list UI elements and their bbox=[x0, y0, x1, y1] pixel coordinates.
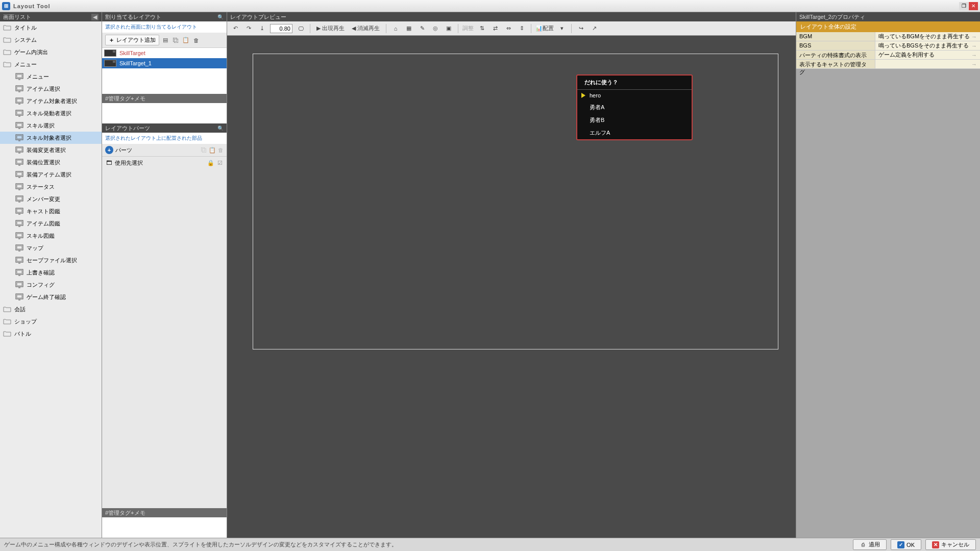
property-row[interactable]: パーティの特殊書式の表示ゲーム定義を利用する→ bbox=[796, 51, 980, 60]
tree-screen[interactable]: メニュー bbox=[0, 70, 102, 83]
undo-icon[interactable]: ↶ bbox=[230, 23, 240, 34]
add-parts-button[interactable]: + bbox=[105, 146, 113, 154]
preview-canvas-area[interactable]: だれに使う？ hero勇者A勇者BエルフA bbox=[227, 36, 796, 538]
layout-item[interactable]: SkillTarget_1 bbox=[102, 58, 227, 68]
tree-screen[interactable]: 上書き確認 bbox=[0, 266, 102, 279]
prop-value[interactable]: ゲーム定義を利用する→ bbox=[875, 51, 980, 59]
collapse-icon[interactable]: ◀ bbox=[91, 14, 99, 20]
paste-icon[interactable]: 📋 bbox=[182, 36, 190, 44]
game-window-item[interactable]: 勇者B bbox=[577, 114, 692, 127]
home-icon[interactable]: ⌂ bbox=[390, 23, 401, 34]
properties-table: BGM鳴っているBGMをそのまま再生する→BGS鳴っているBGSをそのまま再生す… bbox=[796, 32, 980, 69]
tree-item-label: 装備位置選択 bbox=[27, 159, 60, 166]
target-icon[interactable]: ◎ bbox=[430, 23, 440, 34]
tree-item-label: スキル図鑑 bbox=[27, 232, 55, 240]
zoom-input[interactable] bbox=[270, 24, 292, 33]
memo-box-1[interactable] bbox=[102, 103, 227, 123]
pen-icon[interactable]: ✎ bbox=[417, 23, 427, 34]
screen-list[interactable]: タイトルシステムゲーム内演出メニューメニューアイテム選択アイテム対象者選択スキル… bbox=[0, 21, 102, 538]
swap-icon[interactable]: ⇄ bbox=[490, 23, 500, 34]
layout-toolbar: ＋レイアウト追加 ▤ ⿻ 📋 🗑 bbox=[102, 33, 227, 48]
tree-screen[interactable]: キャスト図鑑 bbox=[0, 205, 102, 217]
svg-rect-52 bbox=[17, 283, 22, 286]
property-row[interactable]: BGM鳴っているBGMをそのまま再生する→ bbox=[796, 32, 980, 41]
delete-icon[interactable]: 🗑 bbox=[192, 36, 200, 44]
tree-screen[interactable]: アイテム図鑑 bbox=[0, 217, 102, 230]
delete-icon[interactable]: 🗑 bbox=[218, 147, 224, 153]
paste-icon[interactable]: 📋 bbox=[209, 147, 216, 154]
prop-value[interactable]: → bbox=[875, 60, 980, 68]
copy-icon[interactable]: ⿻ bbox=[201, 147, 207, 153]
redo-icon[interactable]: ↷ bbox=[243, 23, 254, 34]
tree-screen[interactable]: セーブファイル選択 bbox=[0, 254, 102, 266]
lock-icon[interactable]: 🔒 bbox=[207, 160, 214, 166]
import-icon[interactable]: ↪ bbox=[576, 23, 586, 34]
layout-item[interactable]: SkillTarget bbox=[102, 48, 227, 58]
search-icon[interactable]: 🔍 bbox=[217, 126, 224, 131]
game-window-item[interactable]: hero bbox=[577, 90, 692, 101]
checkbox-icon[interactable]: ☑ bbox=[217, 160, 223, 166]
tree-screen[interactable]: ゲーム終了確認 bbox=[0, 291, 102, 303]
tree-folder[interactable]: ショップ bbox=[0, 315, 102, 328]
tree-screen[interactable]: 装備アイテム選択 bbox=[0, 168, 102, 181]
property-row[interactable]: 表示するキャストの管理タグ→ bbox=[796, 60, 980, 69]
tree-item-label: メニュー bbox=[27, 73, 49, 81]
ok-button[interactable]: ✓OK bbox=[891, 539, 921, 550]
parts-item-usage[interactable]: 🗔 使用先選択 🔒 ☑ bbox=[102, 157, 227, 169]
fit-v-icon[interactable]: ⇕ bbox=[517, 23, 527, 34]
memo-box-2[interactable] bbox=[102, 517, 227, 538]
property-row[interactable]: BGS鳴っているBGSをそのまま再生する→ bbox=[796, 41, 980, 51]
new-file-icon[interactable]: ▤ bbox=[161, 36, 169, 44]
tree-folder[interactable]: バトル bbox=[0, 328, 102, 340]
add-layout-button[interactable]: ＋レイアウト追加 bbox=[105, 35, 159, 45]
play-disappear-button[interactable]: ◀ 消滅再生 bbox=[350, 23, 382, 34]
search-icon[interactable]: 🔍 bbox=[217, 14, 224, 20]
flip-v-icon[interactable]: ⇅ bbox=[477, 23, 487, 34]
tree-screen[interactable]: アイテム選択 bbox=[0, 83, 102, 95]
memo-header-1: #管理タグ+メモ bbox=[102, 94, 227, 103]
badge-icon[interactable]: ▣ bbox=[444, 23, 454, 34]
tree-screen[interactable]: アイテム対象者選択 bbox=[0, 95, 102, 107]
arrange-button[interactable]: 📊 配置 bbox=[535, 23, 554, 34]
svg-rect-43 bbox=[17, 246, 22, 249]
tree-screen[interactable]: 装備変更者選択 bbox=[0, 144, 102, 156]
tree-screen[interactable]: ステータス bbox=[0, 181, 102, 193]
tree-folder[interactable]: ゲーム内演出 bbox=[0, 46, 102, 58]
tree-folder[interactable]: メニュー bbox=[0, 58, 102, 70]
svg-rect-13 bbox=[17, 123, 22, 127]
tree-folder[interactable]: タイトル bbox=[0, 21, 102, 34]
arrow-icon: → bbox=[971, 52, 977, 58]
copy-icon[interactable]: ⿻ bbox=[172, 36, 180, 44]
prop-value[interactable]: 鳴っているBGMをそのまま再生する→ bbox=[875, 32, 980, 41]
window-close-button[interactable]: ✕ bbox=[969, 2, 978, 10]
monitor-icon[interactable]: 🖵 bbox=[296, 23, 306, 34]
cancel-button[interactable]: ✕キャンセル bbox=[925, 539, 976, 550]
dropdown-icon[interactable]: ▾ bbox=[557, 23, 567, 34]
tree-item-label: コンフィグ bbox=[27, 281, 55, 289]
tree-screen[interactable]: 装備位置選択 bbox=[0, 156, 102, 168]
tree-screen[interactable]: コンフィグ bbox=[0, 279, 102, 291]
grid-icon[interactable]: ▦ bbox=[404, 23, 414, 34]
tree-screen[interactable]: メンバー変更 bbox=[0, 193, 102, 205]
fit-h-icon[interactable]: ⇔ bbox=[503, 23, 513, 34]
tree-screen[interactable]: スキル図鑑 bbox=[0, 230, 102, 242]
play-appear-button[interactable]: ▶ 出現再生 bbox=[314, 23, 347, 34]
tree-screen[interactable]: スキル選択 bbox=[0, 119, 102, 132]
apply-button[interactable]: ⎙適用 bbox=[853, 539, 887, 550]
tree-screen[interactable]: スキル発動者選択 bbox=[0, 107, 102, 119]
tree-screen[interactable]: スキル対象者選択 bbox=[0, 132, 102, 144]
tree-folder[interactable]: システム bbox=[0, 34, 102, 46]
parts-list[interactable]: 🗔 使用先選択 🔒 ☑ bbox=[102, 157, 227, 508]
window-restore-button[interactable]: ❐ bbox=[959, 2, 968, 10]
game-window-item[interactable]: エルフA bbox=[577, 127, 692, 139]
tree-screen[interactable]: マップ bbox=[0, 242, 102, 254]
game-window-item[interactable]: 勇者A bbox=[577, 101, 692, 114]
game-target-window[interactable]: だれに使う？ hero勇者A勇者BエルフA bbox=[576, 74, 693, 140]
preview-header: レイアウトプレビュー bbox=[227, 12, 796, 21]
prop-value[interactable]: 鳴っているBGSをそのまま再生する→ bbox=[875, 41, 980, 50]
adjust-button[interactable]: 調整 bbox=[462, 23, 474, 34]
export-icon[interactable]: ↗ bbox=[589, 23, 599, 34]
tree-folder[interactable]: 会話 bbox=[0, 303, 102, 315]
zoom-fit-icon[interactable]: ⤓ bbox=[257, 23, 267, 34]
layout-list[interactable]: SkillTargetSkillTarget_1 bbox=[102, 48, 227, 94]
